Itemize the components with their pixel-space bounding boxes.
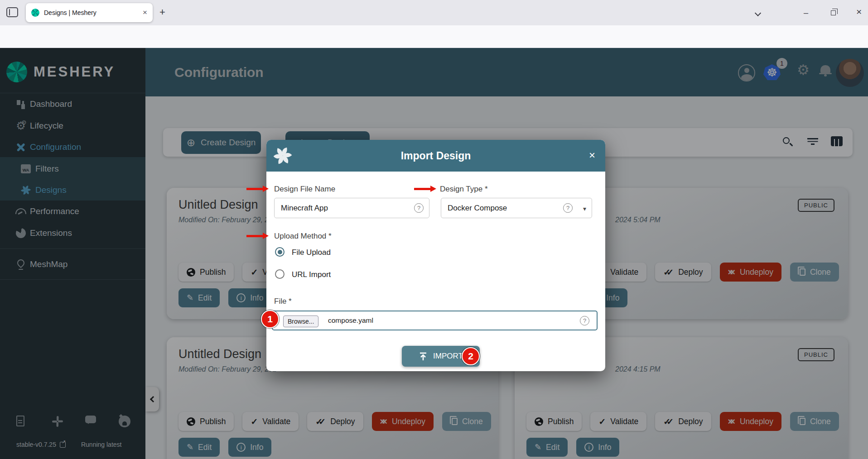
design-file-name-input[interactable]: Minecraft App ?	[274, 198, 429, 218]
browser-tab[interactable]: Designs | Meshery ×	[26, 3, 153, 22]
modal-title: Import Design	[266, 150, 605, 162]
design-file-name-label: Design File Name	[274, 185, 335, 194]
annotation-arrow-upload-method	[246, 235, 266, 237]
new-tab-button[interactable]: +	[159, 6, 165, 18]
file-upload-radio-label[interactable]: File Upload	[292, 248, 331, 257]
design-type-value: Docker Compose	[448, 204, 507, 213]
help-icon[interactable]: ?	[580, 316, 589, 325]
firefox-view-icon[interactable]	[6, 7, 18, 17]
file-name-value: compose.yaml	[328, 316, 373, 325]
meshery-app: MESHERY Dashboard ⚙⚙ Lifecycle Configura…	[0, 48, 868, 459]
annotation-arrow-design-file-name	[246, 188, 266, 190]
tab-close-icon[interactable]: ×	[143, 8, 147, 17]
file-label: File *	[274, 297, 292, 306]
design-file-name-value: Minecraft App	[281, 204, 328, 213]
help-icon[interactable]: ?	[414, 203, 424, 213]
import-button-label: IMPORT	[433, 352, 463, 361]
meshery-spiral-icon	[273, 146, 293, 166]
close-icon[interactable]: ×	[589, 149, 595, 162]
annotation-step-1: 1	[261, 310, 279, 328]
file-upload-radio[interactable]	[275, 247, 285, 257]
tab-title: Designs | Meshery	[44, 9, 143, 16]
annotation-arrow-design-type	[414, 188, 434, 190]
upload-icon	[419, 352, 428, 361]
screen: Designs | Meshery × + – × ← → ↻ https://…	[0, 0, 868, 459]
upload-method-label: Upload Method *	[274, 232, 332, 241]
meshery-favicon	[31, 9, 39, 17]
window-minimize-button[interactable]: –	[804, 8, 808, 18]
chevron-down-icon[interactable]: ▾	[583, 205, 586, 212]
help-icon[interactable]: ?	[563, 203, 573, 213]
window-close-button[interactable]: ×	[856, 6, 862, 17]
browser-toolbar: ← → ↻ https://playground.meshery.io/conf…	[0, 25, 868, 48]
design-type-select[interactable]: Docker Compose ? ▾	[441, 198, 592, 218]
browse-button[interactable]: Browse...	[283, 316, 318, 327]
url-import-radio-label[interactable]: URL Import	[292, 270, 331, 279]
modal-header: Import Design ×	[266, 140, 605, 172]
tab-list-dropdown-icon[interactable]	[755, 10, 761, 16]
window-restore-button[interactable]	[831, 10, 836, 15]
annotation-step-2: 2	[462, 347, 480, 365]
url-import-radio[interactable]	[275, 269, 285, 279]
file-input[interactable]: Browse... compose.yaml ?	[272, 311, 598, 330]
import-design-modal: Import Design × Design File Name Design …	[266, 140, 605, 371]
design-type-label: Design Type *	[440, 185, 488, 194]
browser-tab-strip: Designs | Meshery × + – ×	[0, 0, 868, 25]
